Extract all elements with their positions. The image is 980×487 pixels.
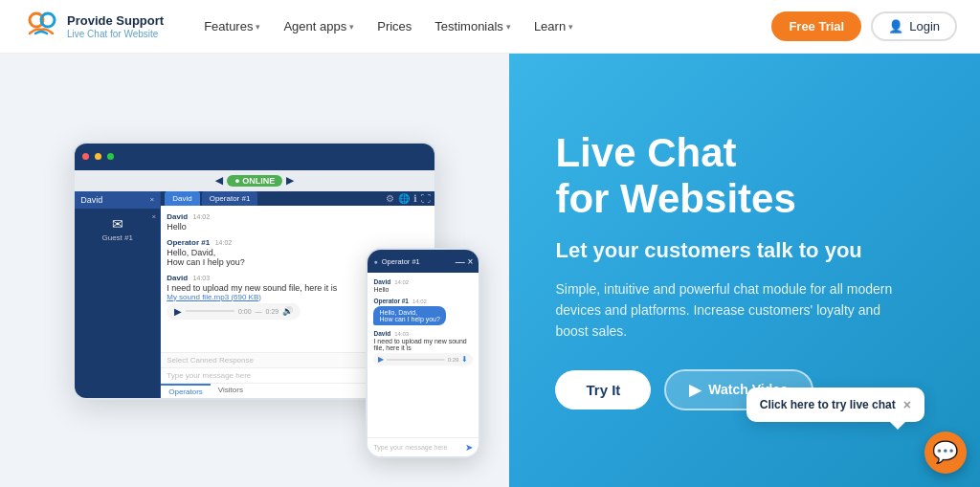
laptop-topbar: [75, 144, 434, 170]
chevron-down-icon: ▾: [349, 22, 354, 32]
nav-testimonials[interactable]: Testimonials ▾: [425, 13, 521, 39]
hero-section: ◀ ● ONLINE ▶ David × × ✉ Guest #1: [0, 54, 980, 487]
chevron-down-icon: ▾: [256, 22, 260, 32]
email-icon: ✉: [80, 216, 154, 232]
tab-operators[interactable]: Operators: [161, 384, 211, 398]
logo-icon: [23, 9, 59, 45]
mobile-topbar: ● Operator #1 — ×: [368, 250, 479, 273]
chevron-down-icon: ▾: [506, 22, 511, 32]
logo[interactable]: Provide Support Live Chat for Website: [23, 9, 164, 45]
download-icon[interactable]: ⬇: [461, 355, 468, 364]
nav-agent-apps[interactable]: Agent apps ▾: [274, 13, 364, 39]
window-max-dot: [107, 153, 114, 160]
chat-toolbar: ⚙ 🌐 ℹ ⛶: [386, 193, 431, 204]
mobile-audio-player[interactable]: ▶ 0:29 ⬇: [373, 353, 473, 365]
chat-widget-button[interactable]: 💬: [924, 432, 967, 474]
mobile-message-row: Operator #1 14:02 Hello, David,How can I…: [373, 298, 473, 325]
play-icon[interactable]: ▶: [174, 306, 182, 317]
hero-description: Simple, intuitive and powerful chat modu…: [555, 278, 900, 343]
mobile-message-row: David 14:02 Hello: [373, 278, 473, 293]
online-badge: ● ONLINE: [227, 175, 282, 187]
close-icon: ×: [150, 195, 155, 204]
nav-features[interactable]: Features ▾: [194, 13, 270, 39]
close-icon[interactable]: — ×: [456, 256, 474, 267]
chat-bubble-icon: 💬: [932, 440, 958, 465]
play-icon[interactable]: ▶: [378, 355, 384, 364]
chat-tabs: David Operator #1 ⚙ 🌐 ℹ ⛶: [161, 191, 434, 206]
volume-icon[interactable]: 🔊: [282, 306, 293, 316]
window-close-dot: [82, 153, 89, 160]
live-chat-tooltip: Click here to try live chat ×: [746, 387, 924, 422]
chevron-down-icon: ▾: [568, 22, 573, 32]
sidebar-guest-1[interactable]: × ✉ Guest #1: [75, 209, 160, 248]
navigation: Provide Support Live Chat for Website Fe…: [0, 0, 980, 54]
close-icon: ×: [152, 212, 157, 221]
mobile-input-row: Type your message here ➤: [368, 437, 479, 456]
logo-title: Provide Support: [67, 13, 164, 29]
logo-subtitle: Live Chat for Website: [67, 29, 164, 39]
globe-icon[interactable]: 🌐: [398, 193, 410, 204]
info-icon[interactable]: ℹ: [413, 193, 417, 204]
audio-player[interactable]: ▶ 0:00 — 0:29 🔊: [167, 303, 301, 320]
hero-demo: ◀ ● ONLINE ▶ David × × ✉ Guest #1: [0, 54, 509, 487]
nav-actions: Free Trial 👤 Login: [771, 11, 957, 41]
tooltip-close-button[interactable]: ×: [903, 397, 911, 412]
chat-sidebar: David × × ✉ Guest #1: [75, 191, 161, 398]
settings-icon[interactable]: ⚙: [386, 193, 394, 204]
youtube-icon: ▶: [689, 381, 701, 399]
try-it-button[interactable]: Try It: [555, 370, 651, 410]
audio-progress: [186, 310, 234, 312]
expand-icon[interactable]: ⛶: [421, 193, 431, 204]
send-icon[interactable]: ➤: [465, 442, 473, 453]
mobile-message-row: David 14:03 I need to upload my new soun…: [373, 330, 473, 365]
chat-tab-david[interactable]: David: [165, 191, 199, 206]
hero-title: Live Chatfor Websites: [555, 130, 934, 223]
tooltip-text: Click here to try live chat: [760, 398, 896, 411]
hero-copy: Live Chatfor Websites Let your customers…: [509, 54, 980, 487]
user-icon: 👤: [888, 19, 903, 33]
mobile-mockup: ● Operator #1 — × David 14:02 Hello Oper…: [366, 248, 480, 458]
tab-visitors[interactable]: Visitors: [211, 384, 251, 398]
audio-bar: [387, 359, 444, 361]
sidebar-tab-david[interactable]: David ×: [75, 191, 160, 209]
login-button[interactable]: 👤 Login: [871, 11, 957, 41]
online-status: ◀ ● ONLINE ▶: [75, 170, 434, 191]
mobile-message-list: David 14:02 Hello Operator #1 14:02 Hell…: [368, 273, 479, 397]
window-min-dot: [95, 153, 101, 160]
chat-tab-operator[interactable]: Operator #1: [202, 191, 258, 206]
free-trial-button[interactable]: Free Trial: [771, 11, 861, 41]
nav-prices[interactable]: Prices: [368, 13, 421, 39]
message-row: David 14:02 Hello: [167, 211, 429, 232]
nav-learn[interactable]: Learn ▾: [524, 13, 583, 39]
nav-links: Features ▾ Agent apps ▾ Prices Testimoni…: [194, 13, 771, 39]
hero-subtitle: Let your customers talk to you: [555, 238, 934, 263]
